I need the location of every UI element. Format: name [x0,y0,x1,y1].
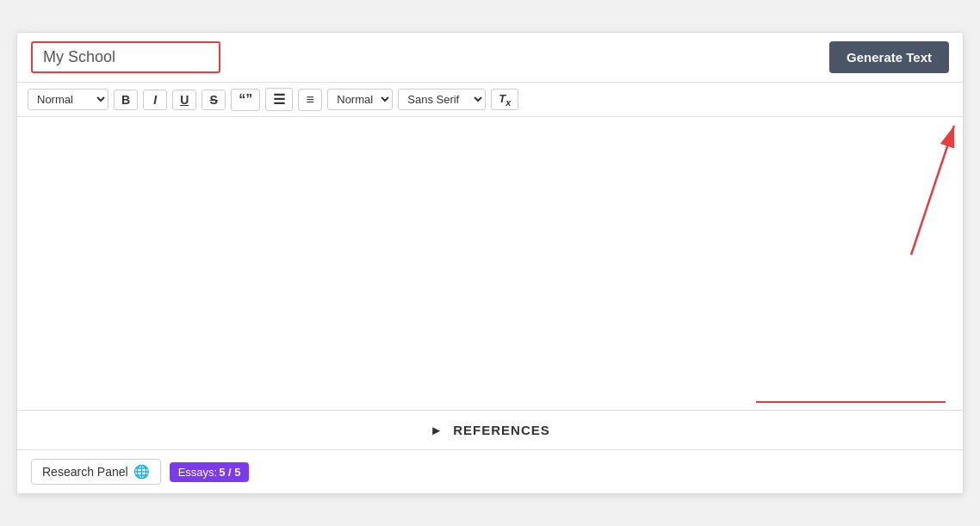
globe-icon: 🌐 [133,464,150,480]
blockquote-button[interactable]: “” [231,89,260,111]
references-label: REFERENCES [453,423,550,437]
research-panel-label: Research Panel [42,465,128,479]
unordered-list-button[interactable]: ≡ [298,89,322,111]
arrow-annotation [773,117,963,289]
title-bar: Generate Text [17,33,963,83]
strikethrough-button[interactable]: S [202,90,226,110]
references-section[interactable]: ► REFERENCES [17,410,963,450]
essays-label: Essays: [178,466,218,479]
svg-line-1 [911,126,954,255]
red-underline [756,401,946,403]
font-family-select[interactable]: Sans Serif Serif Monospace [398,89,486,110]
research-panel-button[interactable]: Research Panel 🌐 [31,459,161,485]
underline-button[interactable]: U [172,90,196,110]
bold-button[interactable]: B [114,90,138,110]
title-input[interactable] [31,41,220,73]
generate-text-button[interactable]: Generate Text [829,41,949,73]
bottom-bar: Research Panel 🌐 Essays:5 / 5 [17,450,963,493]
essays-value: 5 / 5 [219,466,240,479]
clear-format-button[interactable]: Tx [491,89,518,111]
font-size-select[interactable]: Normal Small Large Huge [327,89,393,110]
essays-badge[interactable]: Essays:5 / 5 [170,462,250,482]
editor-area[interactable] [17,117,963,410]
style-select[interactable]: Normal Heading 1 Heading 2 Heading 3 [28,89,109,110]
ordered-list-button[interactable]: ☰ [265,88,293,111]
toolbar: Normal Heading 1 Heading 2 Heading 3 B I… [17,83,963,117]
references-arrow-icon: ► [430,423,443,437]
editor-container: Generate Text Normal Heading 1 Heading 2… [16,32,964,494]
italic-button[interactable]: I [143,90,167,110]
